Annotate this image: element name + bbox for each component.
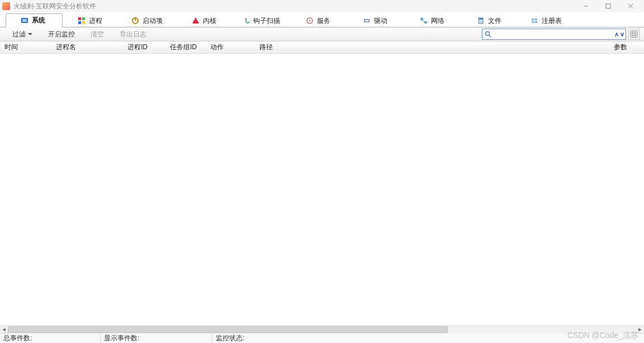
status-shown-events: 显示事件数: — [101, 333, 212, 343]
svg-point-14 — [309, 20, 311, 22]
tab-label: 注册表 — [542, 16, 562, 26]
search-input[interactable] — [494, 30, 614, 39]
export-log-button[interactable]: 导出日志 — [112, 28, 154, 41]
svg-rect-17 — [420, 18, 423, 20]
svg-rect-16 — [365, 20, 368, 21]
toolbar: 过滤 开启监控 清空 导出日志 ∧ ∨ — [0, 27, 644, 41]
scroll-track[interactable] — [8, 326, 636, 333]
export-log-label: 导出日志 — [120, 30, 146, 39]
column-header-taskgroup[interactable]: 任务组ID — [165, 41, 206, 53]
tab-hook-scan[interactable]: 钩子扫描 — [234, 13, 291, 27]
system-icon — [21, 17, 29, 25]
filter-button[interactable]: 过滤 — [4, 28, 40, 41]
tab-label: 启动项 — [143, 16, 163, 26]
svg-rect-9 — [82, 21, 85, 24]
scroll-right-button[interactable]: ► — [636, 326, 644, 333]
close-button[interactable] — [619, 0, 642, 12]
start-monitor-button[interactable]: 开启监控 — [40, 28, 83, 41]
svg-marker-12 — [192, 17, 199, 24]
tab-label: 系统 — [32, 16, 45, 25]
tab-process[interactable]: 进程 — [63, 13, 120, 27]
window-title: 火绒剑-互联网安全分析软件 — [13, 2, 96, 11]
chevron-down-icon — [28, 33, 32, 35]
event-list — [0, 54, 644, 325]
svg-rect-6 — [78, 17, 81, 20]
registry-icon — [531, 17, 538, 25]
column-header-pid[interactable]: 进程ID — [123, 41, 165, 53]
network-icon — [420, 17, 428, 25]
svg-rect-21 — [479, 18, 483, 20]
file-icon — [477, 17, 485, 25]
tab-services[interactable]: 服务 — [291, 13, 348, 27]
service-icon — [306, 17, 314, 25]
column-header-params[interactable]: 参数 — [609, 41, 644, 53]
filter-label: 过滤 — [12, 30, 26, 39]
start-monitor-label: 开启监控 — [48, 30, 75, 39]
tab-label: 网络 — [431, 16, 444, 26]
tab-kernel[interactable]: 内核 — [177, 13, 234, 27]
tab-drivers[interactable]: 驱动 — [348, 13, 405, 27]
svg-rect-18 — [424, 21, 427, 24]
startup-icon — [131, 17, 139, 25]
tab-startup[interactable]: 启动项 — [120, 13, 177, 27]
clear-label: 清空 — [91, 30, 104, 39]
tab-label: 进程 — [89, 16, 102, 26]
tab-label: 钩子扫描 — [253, 16, 280, 26]
status-monitor-state: 监控状态: — [212, 333, 324, 343]
kernel-icon — [192, 17, 200, 25]
clear-button[interactable]: 清空 — [83, 28, 112, 41]
svg-line-26 — [489, 35, 491, 37]
column-header-action[interactable]: 动作 — [206, 41, 255, 53]
tab-label: 服务 — [317, 16, 330, 26]
maximize-button[interactable] — [597, 0, 619, 12]
svg-rect-27 — [631, 31, 637, 37]
tab-label: 文件 — [488, 16, 501, 26]
tab-registry[interactable]: 注册表 — [519, 13, 576, 27]
minimize-button[interactable] — [575, 0, 597, 12]
svg-rect-7 — [82, 17, 85, 20]
process-icon — [78, 17, 86, 25]
column-header-time[interactable]: 时间 — [0, 41, 51, 53]
svg-rect-8 — [78, 21, 81, 24]
tab-files[interactable]: 文件 — [462, 13, 519, 27]
status-total-events: 总事件数: — [0, 333, 101, 343]
column-headers: 时间 进程名 进程ID 任务组ID 动作 路径 参数 — [0, 41, 644, 54]
tab-strip: 系统 进程 启动项 内核 钩子扫描 服务 驱动 — [0, 12, 644, 27]
search-next-button[interactable]: ∨ — [620, 31, 624, 38]
tab-label: 驱动 — [374, 16, 387, 26]
status-bar: 总事件数: 显示事件数: 监控状态: — [0, 333, 644, 343]
scroll-left-button[interactable]: ◄ — [0, 326, 8, 333]
tab-label: 内核 — [203, 16, 216, 26]
grid-view-button[interactable] — [628, 29, 640, 40]
svg-rect-5 — [22, 19, 27, 22]
app-icon — [2, 2, 10, 10]
horizontal-scrollbar[interactable]: ◄ ► — [0, 325, 644, 333]
tab-system[interactable]: 系统 — [6, 13, 63, 27]
search-box[interactable]: ∧ ∨ — [482, 29, 626, 40]
column-header-path[interactable]: 路径 — [255, 41, 609, 53]
column-header-process[interactable]: 进程名 — [51, 41, 123, 53]
scroll-thumb[interactable] — [8, 326, 448, 333]
tab-network[interactable]: 网络 — [405, 13, 462, 27]
search-prev-button[interactable]: ∧ — [614, 31, 619, 38]
svg-point-25 — [486, 32, 490, 36]
hook-icon — [242, 17, 250, 25]
driver-icon — [363, 17, 371, 25]
title-bar: 火绒剑-互联网安全分析软件 — [0, 0, 644, 12]
search-icon — [485, 31, 491, 37]
svg-rect-1 — [606, 4, 610, 8]
